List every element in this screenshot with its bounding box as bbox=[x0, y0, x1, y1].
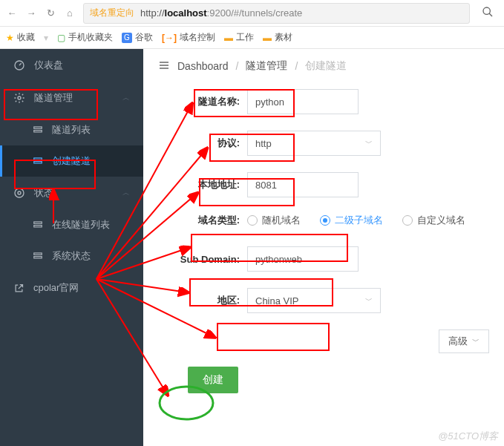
sidebar-item-dashboard[interactable]: 仪表盘 bbox=[0, 49, 143, 82]
watermark: @51CTO博客 bbox=[438, 430, 498, 443]
sidebar-item-label: cpolar官网 bbox=[33, 281, 79, 295]
svg-rect-13 bbox=[34, 253, 42, 255]
svg-rect-7 bbox=[34, 158, 42, 160]
sidebar-item-label: 仪表盘 bbox=[34, 59, 130, 72]
radio-random-domain[interactable]: 随机域名 bbox=[247, 214, 301, 227]
svg-line-1 bbox=[489, 13, 492, 16]
svg-rect-5 bbox=[34, 127, 42, 128]
svg-rect-12 bbox=[34, 226, 42, 227]
bookmark-work[interactable]: ▬工作 bbox=[224, 31, 254, 44]
svg-point-9 bbox=[18, 191, 21, 194]
chevron-up-icon: ︿ bbox=[122, 188, 130, 198]
label-domain-type: 域名类型: bbox=[158, 214, 247, 227]
crumb-sep: / bbox=[295, 60, 298, 72]
input-local-addr[interactable] bbox=[247, 172, 359, 197]
url-tag: 域名重定向 bbox=[90, 7, 134, 19]
advanced-button[interactable]: 高级 ﹀ bbox=[439, 329, 489, 353]
url-text: http://localhost:9200/#/tunnels/create bbox=[140, 7, 302, 19]
back-icon[interactable]: ← bbox=[6, 7, 18, 19]
folder-icon: ▬ bbox=[263, 33, 272, 43]
sidebar-item-label: 状态 bbox=[34, 186, 114, 200]
svg-point-0 bbox=[483, 7, 490, 14]
crumb-current: 创建隧道 bbox=[305, 59, 347, 73]
sidebar-item-tunnel-mgmt[interactable]: 隧道管理 ︿ bbox=[0, 82, 143, 114]
select-region[interactable]: China VIP ﹀ bbox=[247, 288, 381, 313]
label-region: 地区: bbox=[158, 294, 247, 307]
input-tunnel-name[interactable] bbox=[247, 89, 359, 114]
reload-icon[interactable]: ↻ bbox=[45, 7, 56, 19]
folder-icon: ▬ bbox=[224, 33, 233, 43]
browser-chrome: ← → ↻ ⌂ 域名重定向 http://localhost:9200/#/tu… bbox=[0, 0, 504, 27]
sidebar: 仪表盘 隧道管理 ︿ 隧道列表 创建隧道 状态 ︿ 在线隧道列表 系统状态 bbox=[0, 49, 143, 446]
radio-icon bbox=[320, 215, 330, 226]
phone-icon: ▢ bbox=[57, 33, 65, 43]
svg-rect-8 bbox=[34, 162, 42, 163]
chevron-up-icon: ︿ bbox=[122, 93, 130, 103]
crumb-sep: / bbox=[236, 60, 239, 72]
crumb-tunnel-mgmt[interactable]: 隧道管理 bbox=[246, 59, 287, 73]
radio-custom-domain[interactable]: 自定义域名 bbox=[402, 214, 465, 227]
sidebar-item-status[interactable]: 状态 ︿ bbox=[0, 177, 143, 209]
bookmarks-bar: ★收藏 ▾ ▢手机收藏夹 G谷歌 [→]域名控制 ▬工作 ▬素材 bbox=[0, 27, 504, 49]
chevron-down-icon: ﹀ bbox=[472, 336, 480, 347]
list-icon bbox=[33, 156, 43, 166]
sidebar-item-label: 隧道列表 bbox=[52, 123, 91, 137]
create-button[interactable]: 创建 bbox=[188, 367, 238, 393]
select-value: http bbox=[255, 138, 272, 149]
crumb-dashboard[interactable]: Dashboard bbox=[177, 60, 229, 72]
bookmark-fav[interactable]: ★收藏 bbox=[6, 31, 35, 44]
svg-point-4 bbox=[18, 96, 21, 99]
svg-rect-11 bbox=[34, 222, 42, 223]
home-icon[interactable]: ⌂ bbox=[64, 7, 76, 19]
list-icon bbox=[33, 220, 43, 230]
select-protocol[interactable]: http ﹀ bbox=[247, 131, 381, 156]
sidebar-item-label: 系统状态 bbox=[52, 249, 91, 263]
sidebar-item-label: 隧道管理 bbox=[34, 91, 114, 105]
radio-icon bbox=[402, 215, 413, 226]
bookmark-material[interactable]: ▬素材 bbox=[263, 31, 292, 44]
chevron-down-icon: ﹀ bbox=[365, 295, 373, 306]
gear-icon bbox=[13, 187, 25, 199]
sidebar-item-online-list[interactable]: 在线隧道列表 bbox=[0, 209, 143, 240]
list-icon bbox=[33, 251, 43, 261]
label-tunnel-name: 隧道名称: bbox=[158, 95, 247, 108]
menu-toggle-icon[interactable] bbox=[158, 60, 170, 73]
domain-icon: [→] bbox=[162, 33, 177, 43]
bookmark-mobile[interactable]: ▢手机收藏夹 bbox=[57, 31, 113, 44]
radio-icon bbox=[247, 215, 258, 226]
svg-point-10 bbox=[15, 188, 24, 197]
bookmark-domain[interactable]: [→]域名控制 bbox=[162, 31, 215, 44]
label-sub-domain: Sub Domain: bbox=[158, 254, 247, 265]
sidebar-item-label: 创建隧道 bbox=[52, 154, 91, 168]
url-bar[interactable]: 域名重定向 http://localhost:9200/#/tunnels/cr… bbox=[83, 3, 470, 24]
breadcrumb: Dashboard / 隧道管理 / 创建隧道 bbox=[158, 59, 489, 73]
select-value: China VIP bbox=[255, 295, 299, 306]
google-icon: G bbox=[122, 33, 132, 43]
external-link-icon bbox=[13, 283, 24, 294]
sidebar-item-label: 在线隧道列表 bbox=[52, 218, 110, 232]
gear-icon bbox=[13, 92, 25, 104]
svg-rect-14 bbox=[34, 257, 42, 258]
radio-sub-domain[interactable]: 二级子域名 bbox=[320, 214, 383, 227]
bookmark-google[interactable]: G谷歌 bbox=[122, 31, 153, 44]
svg-line-3 bbox=[19, 63, 22, 65]
chevron-down-icon: ﹀ bbox=[365, 138, 373, 148]
search-icon[interactable] bbox=[477, 6, 498, 20]
star-icon: ★ bbox=[6, 33, 14, 43]
list-icon bbox=[33, 125, 43, 135]
gauge-icon bbox=[13, 59, 25, 71]
forward-icon[interactable]: → bbox=[25, 7, 37, 19]
svg-rect-6 bbox=[34, 131, 42, 132]
input-sub-domain[interactable] bbox=[247, 246, 359, 272]
sidebar-item-tunnel-list[interactable]: 隧道列表 bbox=[0, 114, 143, 145]
main-content: Dashboard / 隧道管理 / 创建隧道 隧道名称: 协议: http ﹀… bbox=[143, 49, 504, 446]
sidebar-item-cpolar[interactable]: cpolar官网 bbox=[0, 272, 143, 304]
label-local-addr: 本地地址: bbox=[158, 178, 247, 191]
sidebar-item-sys-status[interactable]: 系统状态 bbox=[0, 240, 143, 272]
sidebar-item-tunnel-create[interactable]: 创建隧道 bbox=[0, 145, 143, 177]
label-protocol: 协议: bbox=[158, 137, 247, 150]
